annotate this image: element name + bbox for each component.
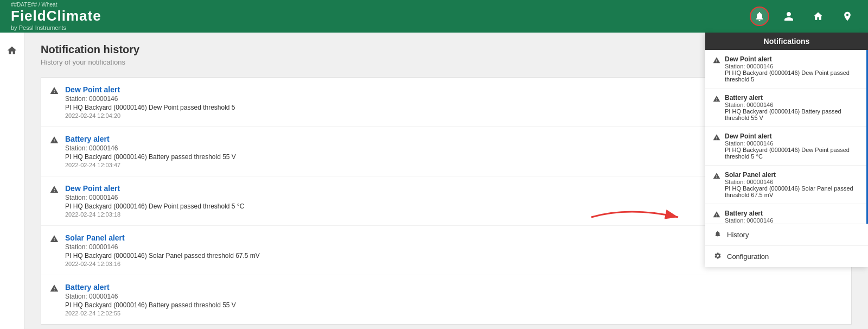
footer-item-label: Configuration (727, 252, 769, 261)
notif-station: Station: 00000146 (65, 144, 236, 152)
sidebar-home[interactable] (2, 41, 22, 60)
notif-station: Station: 00000146 (65, 95, 235, 103)
dropdown-notif-station: Station: 00000146 (725, 179, 859, 185)
footer-item-label: History (727, 231, 749, 239)
bell-button[interactable] (750, 7, 769, 26)
notif-title: Battery alert (65, 135, 236, 143)
sidebar (0, 33, 24, 329)
dropdown-notif-title: Dew Point alert (725, 55, 859, 63)
location-button[interactable] (838, 7, 857, 26)
home-icon (7, 45, 17, 56)
warning-icon (713, 95, 720, 104)
dropdown-notif-body: Battery alert Station: 00000146 PI HQ Ba… (725, 210, 859, 224)
notifications-dropdown: Notifications Dew Point alert Station: 0… (705, 33, 868, 267)
location-icon (842, 11, 853, 22)
dropdown-notif-station: Station: 00000146 (725, 102, 859, 108)
notif-timestamp: 2022-02-24 12:03:18 (65, 211, 244, 218)
notif-message: PI HQ Backyard (00000146) Dew Point pass… (65, 203, 244, 210)
dropdown-notif-item[interactable]: Dew Point alert Station: 00000146 PI HQ … (705, 127, 866, 166)
notif-timestamp: 2022-02-24 12:03:16 (65, 261, 260, 267)
warning-icon (50, 235, 59, 245)
dropdown-notif-item[interactable]: Dew Point alert Station: 00000146 PI HQ … (705, 50, 866, 88)
notif-title: Dew Point alert (65, 184, 244, 193)
notif-body: Battery alert Station: 00000146 PI HQ Ba… (65, 283, 236, 317)
dropdown-notif-item[interactable]: Battery alert Station: 00000146 PI HQ Ba… (705, 204, 866, 224)
dropdown-notif-item[interactable]: Battery alert Station: 00000146 PI HQ Ba… (705, 88, 866, 127)
bell-footer-icon (714, 230, 722, 238)
notif-message: PI HQ Backyard (00000146) Dew Point pass… (65, 104, 235, 111)
notif-title: Battery alert (65, 283, 236, 292)
dropdown-notif-title: Dew Point alert (725, 132, 859, 140)
header: ##DATE## / Wheat FieldClimate by Pessl I… (0, 0, 868, 33)
footer-icon (714, 252, 722, 261)
footer-icon (714, 230, 722, 239)
dropdown-notif-message: PI HQ Backyard (00000146) Dew Point pass… (725, 147, 859, 160)
notif-timestamp: 2022-02-24 12:04:20 (65, 112, 235, 119)
user-icon (783, 11, 794, 22)
warning-icon (713, 172, 720, 181)
notif-message: PI HQ Backyard (00000146) Battery passed… (65, 153, 236, 161)
notif-body: Solar Panel alert Station: 00000146 PI H… (65, 233, 260, 267)
header-icons (750, 7, 857, 26)
notif-station: Station: 00000146 (65, 194, 244, 201)
dropdown-notif-station: Station: 00000146 (725, 217, 859, 224)
notif-station: Station: 00000146 (65, 243, 260, 251)
notif-body: Dew Point alert Station: 00000146 PI HQ … (65, 184, 244, 218)
history-footer-item[interactable]: History (705, 224, 868, 246)
dropdown-notif-title: Solar Panel alert (725, 171, 859, 179)
dropdown-notif-title: Battery alert (725, 210, 859, 217)
dropdown-notif-station: Station: 00000146 (725, 63, 859, 69)
dropdown-notif-message: PI HQ Backyard (00000146) Dew Point pass… (725, 69, 859, 83)
dropdown-notif-body: Solar Panel alert Station: 00000146 PI H… (725, 171, 859, 198)
building-icon (813, 11, 824, 22)
logo: ##DATE## / Wheat FieldClimate by Pessl I… (11, 2, 101, 31)
dropdown-notif-item[interactable]: Solar Panel alert Station: 00000146 PI H… (705, 166, 866, 204)
dropdown-notif-body: Battery alert Station: 00000146 PI HQ Ba… (725, 94, 859, 121)
dropdown-notif-title: Battery alert (725, 94, 859, 102)
warning-icon (50, 284, 59, 295)
dropdown-header: Notifications (705, 33, 868, 50)
notif-timestamp: 2022-02-24 12:03:47 (65, 162, 236, 168)
notif-message: PI HQ Backyard (00000146) Battery passed… (65, 301, 236, 309)
notif-body: Battery alert Station: 00000146 PI HQ Ba… (65, 135, 236, 168)
by-line: by Pessl Instruments (11, 24, 101, 31)
gear-footer-icon (714, 252, 722, 260)
notif-timestamp: 2022-02-24 12:02:55 (65, 310, 236, 317)
building-button[interactable] (808, 7, 828, 26)
warning-icon (713, 211, 720, 220)
configuration-footer-item[interactable]: Configuration (705, 246, 868, 267)
warning-icon (713, 134, 720, 143)
warning-icon (50, 136, 59, 147)
warning-icon (50, 86, 59, 97)
dropdown-footer: History Configuration (705, 224, 868, 267)
notif-station: Station: 00000146 (65, 293, 236, 300)
dropdown-notif-message: PI HQ Backyard (00000146) Solar Panel pa… (725, 185, 859, 198)
dropdown-notif-message: PI HQ Backyard (00000146) Battery passed… (725, 108, 859, 121)
warning-icon (713, 56, 720, 66)
dropdown-notif-station: Station: 00000146 (725, 140, 859, 147)
date-wheat-label: ##DATE## / Wheat (11, 2, 101, 8)
notif-body: Dew Point alert Station: 00000146 PI HQ … (65, 85, 235, 119)
notif-title: Dew Point alert (65, 85, 235, 94)
dropdown-notif-body: Dew Point alert Station: 00000146 PI HQ … (725, 132, 859, 160)
brand-name: FieldClimate (11, 8, 101, 24)
user-button[interactable] (779, 7, 799, 26)
dropdown-notif-body: Dew Point alert Station: 00000146 PI HQ … (725, 55, 859, 83)
dropdown-items-list: Dew Point alert Station: 00000146 PI HQ … (705, 50, 868, 224)
notif-message: PI HQ Backyard (00000146) Solar Panel pa… (65, 252, 260, 260)
notif-title: Solar Panel alert (65, 233, 260, 242)
warning-icon (50, 185, 59, 196)
bell-icon (754, 11, 765, 22)
list-item: Battery alert Station: 00000146 PI HQ Ba… (41, 275, 851, 324)
